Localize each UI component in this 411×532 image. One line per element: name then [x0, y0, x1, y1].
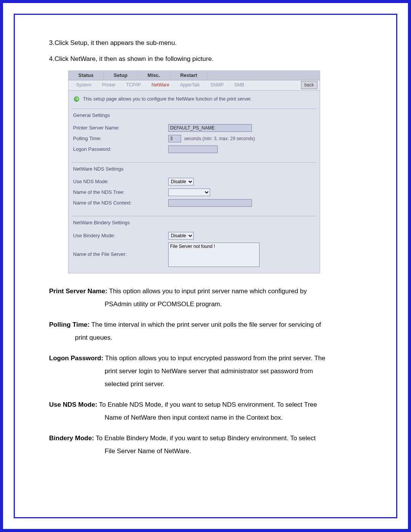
def-polling-label: Polling Time:	[49, 321, 89, 328]
def-polling-l2: print queues.	[49, 331, 362, 344]
def-ps-name: Print Server Name: This option allows yo…	[49, 285, 362, 311]
def-ps-name-l1: This option allows you to input print se…	[107, 288, 307, 295]
section-nds-title: NetWare NDS Settings	[73, 164, 315, 176]
step-3: 3.Click Setup, it then appears the sub-m…	[49, 38, 362, 48]
section-bindery: NetWare Bindery Settings Use Bindery Mod…	[72, 216, 317, 273]
main-tabs: Status Setup Misc. Restart	[68, 71, 320, 80]
page-description: This setup page allows you to configure …	[83, 96, 252, 103]
def-polling-l1: The time interval in which the print ser…	[89, 321, 321, 328]
label-logon: Logon Password:	[73, 146, 168, 153]
def-nds: Use NDS Mode: To Enable NDS Mode, if you…	[49, 398, 362, 424]
def-polling: Polling Time: The time interval in which…	[49, 318, 362, 344]
step-4: 4.Click NetWare, it then as shown in the…	[49, 54, 362, 64]
subtab-appletalk[interactable]: AppleTalk	[175, 82, 205, 88]
select-use-nds[interactable]: Disable	[168, 178, 194, 185]
select-use-bindery[interactable]: Disable	[168, 232, 194, 240]
def-nds-l1: To Enable NDS Mode, if you want to setup…	[97, 401, 317, 408]
subtab-netware[interactable]: NetWare	[146, 82, 175, 88]
hint-polling: seconds (min: 3, max: 29 seconds)	[184, 136, 255, 142]
subtab-printer[interactable]: Printer	[97, 82, 121, 88]
def-nds-label: Use NDS Mode:	[49, 401, 97, 408]
label-use-bindery: Use Bindery Mode:	[73, 232, 168, 239]
def-logon: Logon Password: This option allows you t…	[49, 352, 362, 391]
def-nds-l2: Name of NetWare then input context name …	[49, 411, 362, 424]
subtab-tcpip[interactable]: TCP/IP	[121, 82, 146, 88]
textarea-file-server[interactable]: File Server not found !	[168, 243, 260, 267]
def-logon-label: Logon Password:	[49, 355, 104, 362]
label-polling: Polling Time:	[73, 135, 168, 142]
section-general-title: General Settings	[73, 110, 315, 123]
def-bindery-label: Bindery Mode:	[49, 435, 94, 442]
def-bindery-l1: To Enable Bindery Mode, if you want to s…	[94, 435, 315, 442]
label-ps-name: Printer Server Name:	[73, 125, 168, 131]
def-logon-l1: This option allows you to input encrypte…	[104, 355, 325, 362]
input-nds-context[interactable]	[168, 199, 252, 207]
input-polling[interactable]	[168, 135, 181, 142]
def-logon-l2: print server login to NetWare server tha…	[49, 365, 362, 378]
def-bindery: Bindery Mode: To Enable Bindery Mode, if…	[49, 432, 362, 458]
select-nds-tree[interactable]	[168, 189, 210, 196]
label-nds-tree: Name of the NDS Tree:	[73, 189, 168, 196]
def-bindery-l2: File Server Name of NetWare.	[49, 445, 362, 458]
section-bindery-title: NetWare Bindery Settings	[73, 218, 315, 230]
def-ps-name-label: Print Server Name:	[49, 288, 107, 295]
def-ps-name-l2: PSAdmin utility or PCOMSOLE program.	[49, 298, 362, 311]
tab-restart[interactable]: Restart	[170, 71, 207, 80]
info-icon	[74, 96, 79, 102]
subtab-system[interactable]: System	[71, 82, 97, 88]
netware-settings-screenshot: Status Setup Misc. Restart System Printe…	[68, 70, 320, 273]
sub-tabs: System Printer TCP/IP NetWare AppleTalk …	[68, 80, 320, 91]
back-button[interactable]: back	[301, 81, 317, 89]
tab-setup[interactable]: Setup	[104, 71, 138, 80]
tab-status[interactable]: Status	[68, 71, 104, 80]
label-file-server: Name of the File Server:	[73, 243, 168, 258]
def-logon-l3: selected print server.	[49, 378, 362, 391]
tab-misc[interactable]: Misc.	[138, 71, 170, 80]
subtab-snmp[interactable]: SNMP	[205, 82, 229, 88]
input-logon[interactable]	[168, 145, 218, 153]
label-use-nds: Use NDS Mode:	[73, 178, 168, 185]
label-nds-context: Name of the NDS Context:	[73, 200, 168, 206]
section-nds: NetWare NDS Settings Use NDS Mode: Disab…	[72, 162, 317, 213]
input-ps-name[interactable]	[168, 124, 252, 132]
section-general: General Settings Printer Server Name: Po…	[72, 109, 317, 159]
subtab-smb[interactable]: SMB	[229, 82, 250, 88]
